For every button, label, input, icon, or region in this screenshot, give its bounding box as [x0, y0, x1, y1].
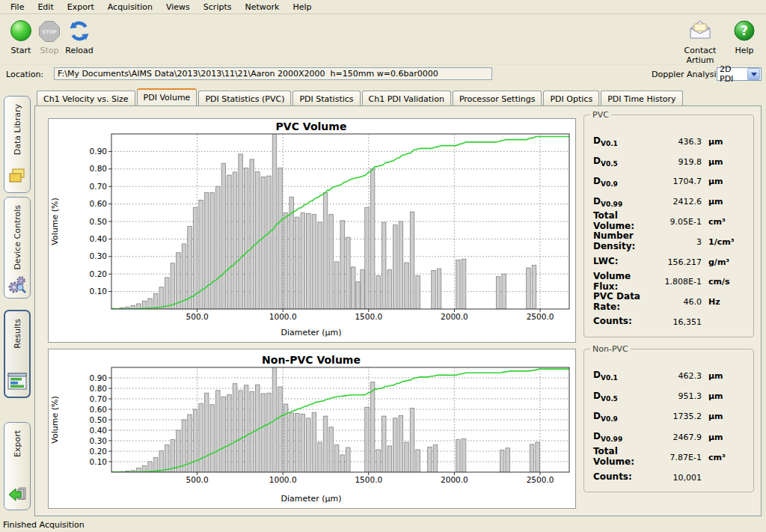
stat-row: Volume Flux: 1.808E-1 cm/s — [593, 272, 746, 293]
stat-row: Counts: 10,001 — [593, 468, 746, 488]
content-panel: 500.01000.01500.02000.02500.00.100.200.3… — [34, 106, 762, 516]
results-chart-icon — [7, 373, 27, 392]
svg-text:0.90: 0.90 — [90, 147, 107, 156]
tab-bar: Ch1 Velocity vs. SizePDI VolumePDI Stati… — [37, 90, 683, 106]
stop-button[interactable]: STOP Stop — [36, 18, 63, 55]
sidebar-item-data-library[interactable]: Data Library — [4, 96, 31, 193]
stat-row: Number Density: 3 1/cm³ — [593, 232, 746, 252]
stat-value: 3 — [652, 237, 702, 247]
export-arrow-icon — [7, 486, 27, 505]
stat-row: DV0.1 462.3 µm — [593, 366, 746, 386]
start-button[interactable]: Start — [6, 18, 36, 55]
help-icon: ? — [730, 18, 759, 45]
pvc-stats-groupbox: PVC DV0.1 436.3 µm DV0.5 919.8 µm — [583, 114, 754, 337]
stat-row: DV0.5 951.3 µm — [593, 386, 746, 406]
tab[interactable]: PDI Statistics (PVC) — [198, 91, 291, 106]
doppler-analysis-select[interactable]: 2D PDI — [717, 67, 762, 81]
svg-text:0.30: 0.30 — [90, 251, 107, 260]
tab[interactable]: PDI Time History — [601, 91, 682, 106]
stat-value: 919.8 — [652, 157, 702, 167]
tab[interactable]: PDI Optics — [543, 91, 599, 106]
stat-unit: cm³ — [708, 217, 746, 227]
menu-item[interactable]: Export — [61, 1, 100, 13]
tab[interactable]: Processor Settings — [453, 91, 542, 106]
toolbar: Start STOP Stop Reload — [0, 15, 766, 63]
svg-text:1500.0: 1500.0 — [355, 475, 382, 484]
svg-text:500.0: 500.0 — [186, 312, 209, 321]
tab[interactable]: PDI Volume — [137, 88, 197, 106]
status-text: Finished Acquisition — [3, 520, 85, 530]
svg-text:0.30: 0.30 — [90, 436, 107, 445]
folders-icon — [7, 168, 27, 188]
menu-item[interactable]: Acquisition — [102, 1, 159, 13]
menu-bar: FileEditExportAcquisitionViewsScriptsNet… — [0, 0, 766, 14]
menu-item[interactable]: Scripts — [197, 1, 238, 13]
stat-value: 156.217 — [652, 257, 702, 267]
svg-text:Volume (%): Volume (%) — [50, 396, 60, 443]
reload-icon — [63, 18, 96, 45]
stat-unit: µm — [708, 412, 746, 421]
stat-unit: g/m³ — [708, 257, 746, 267]
svg-text:?: ? — [741, 23, 748, 38]
sidebar-item-device-controls[interactable]: Device Controls — [4, 197, 31, 299]
stat-row: DV0.9 1704.7 µm — [593, 172, 746, 192]
stat-value: 1.808E-1 — [652, 277, 702, 287]
stat-value: 16,351 — [652, 317, 702, 327]
stat-unit: 1/cm³ — [708, 237, 746, 247]
svg-text:Non-PVC Volume: Non-PVC Volume — [262, 354, 361, 366]
svg-text:PVC Volume: PVC Volume — [276, 120, 347, 132]
svg-text:1000.0: 1000.0 — [269, 312, 297, 321]
sidebar-item-results[interactable]: Results — [4, 310, 31, 398]
stat-value: 46.0 — [652, 297, 702, 307]
svg-text:0.60: 0.60 — [90, 405, 107, 414]
sidebar-item-export[interactable]: Export — [4, 422, 31, 510]
tab[interactable]: PDI Statistics — [292, 91, 360, 106]
help-button[interactable]: ? Help — [730, 18, 759, 55]
menu-item[interactable]: Help — [287, 1, 317, 13]
nonpvc-group-title: Non-PVC — [590, 344, 631, 354]
nonpvc-stats-groupbox: Non-PVC DV0.1 462.3 µm DV0.5 951.3 µm — [583, 349, 754, 492]
nonpvc-volume-chart-panel: 500.01000.01500.02000.02500.00.100.200.3… — [48, 349, 576, 509]
stat-value: 10,001 — [652, 473, 702, 483]
svg-text:0.80: 0.80 — [90, 164, 107, 173]
stat-row: DV0.1 436.3 µm — [593, 132, 746, 152]
start-icon — [6, 18, 36, 45]
svg-text:2500.0: 2500.0 — [527, 312, 554, 321]
stat-unit: µm — [708, 391, 746, 401]
stop-icon: STOP — [36, 18, 63, 45]
svg-text:1500.0: 1500.0 — [355, 312, 382, 321]
svg-text:Diameter (µm): Diameter (µm) — [281, 328, 341, 337]
svg-text:2000.0: 2000.0 — [441, 475, 468, 484]
stat-row: DV0.5 919.8 µm — [593, 152, 746, 172]
stat-row: Counts: 16,351 — [593, 312, 746, 332]
contact-artium-button[interactable]: Contact Artium — [670, 18, 730, 65]
pvc-volume-chart-panel: 500.01000.01500.02000.02500.00.100.200.3… — [48, 118, 576, 343]
menu-item[interactable]: File — [4, 1, 30, 13]
nonpvc-volume-chart: 500.01000.01500.02000.02500.00.100.200.3… — [49, 349, 574, 507]
menu-item[interactable]: Edit — [31, 1, 59, 13]
stat-row: LWC: 156.217 g/m³ — [593, 252, 746, 272]
stat-unit: Hz — [708, 297, 746, 307]
reload-button[interactable]: Reload — [63, 18, 96, 55]
stat-row: Total Volume: 9.05E-1 cm³ — [593, 212, 746, 232]
tab[interactable]: Ch1 PDI Validation — [362, 91, 451, 106]
location-input[interactable] — [54, 67, 492, 80]
svg-text:0.20: 0.20 — [90, 269, 107, 278]
chevron-down-icon[interactable] — [747, 68, 760, 80]
gears-icon — [7, 275, 27, 296]
stat-value: 7.87E-1 — [652, 453, 702, 462]
stat-row: DV0.99 2467.9 µm — [593, 427, 746, 447]
stat-row: DV0.9 1735.2 µm — [593, 406, 746, 426]
menu-item[interactable]: Views — [160, 1, 196, 13]
stat-value: 2412.6 — [652, 197, 702, 207]
svg-text:0.70: 0.70 — [90, 394, 107, 403]
stat-row: PVC Data Rate: 46.0 Hz — [593, 292, 746, 312]
stat-value: 1704.7 — [652, 177, 702, 186]
tab[interactable]: Ch1 Velocity vs. Size — [37, 91, 135, 106]
menu-item[interactable]: Network — [239, 1, 285, 13]
svg-text:2500.0: 2500.0 — [527, 475, 554, 484]
stat-row: Total Volume: 7.87E-1 cm³ — [593, 447, 746, 468]
stat-unit: µm — [708, 197, 746, 207]
location-label: Location: — [6, 70, 43, 79]
pvc-volume-chart: 500.01000.01500.02000.02500.00.100.200.3… — [49, 119, 574, 340]
